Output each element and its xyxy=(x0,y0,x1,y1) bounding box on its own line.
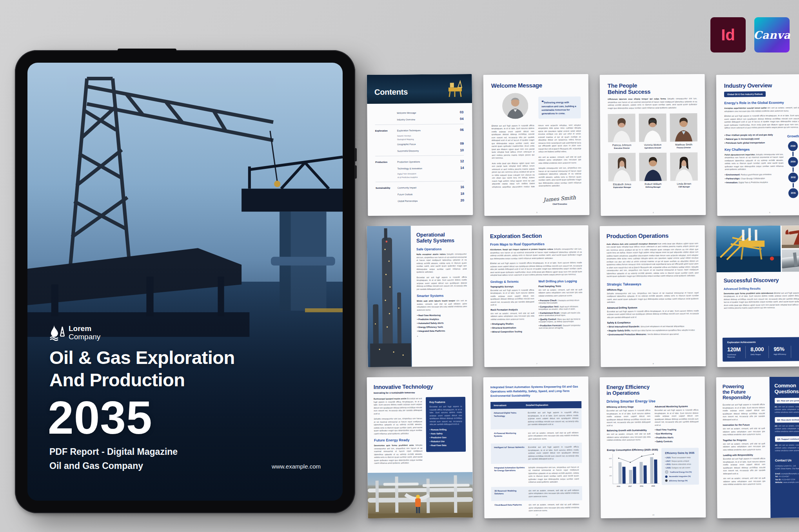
refinery-photo xyxy=(367,226,412,367)
bar xyxy=(618,462,621,483)
platform-photo-icon xyxy=(443,79,467,98)
team-member: Patricia Johnson Executive Director xyxy=(608,114,636,150)
chart-title: Energy Consumption Efficiency (2025–2035… xyxy=(607,448,658,451)
bar-group xyxy=(639,454,647,483)
bullet: Auto Safety xyxy=(430,432,462,435)
signature-role: Chief Executive xyxy=(543,203,576,205)
x-axis-ticks: 2025202720312035 xyxy=(613,485,659,487)
company-logo: Lorem Company xyxy=(49,324,100,341)
automation-heading: Integrated Smart Automation Systems Empo… xyxy=(490,384,581,398)
bullet: Composition Test: Aspit osum olictosors … xyxy=(539,305,583,310)
contact-title: Contact Us xyxy=(775,458,799,462)
growth-timeline: 2028Global Industry Trends 2030Explorati… xyxy=(787,141,799,198)
company-logo-text: Lorem Company xyxy=(69,324,100,341)
bullet: Remote Drilling xyxy=(430,428,462,431)
energy-chart: Energy Consumption Efficiency (2025–2035… xyxy=(607,448,659,487)
exploration-p1: Aliciduntem. Nequi qui rimpos cuptaest e… xyxy=(490,248,582,260)
page-number: 3 xyxy=(484,211,589,214)
x-tick-label: 2025 xyxy=(617,485,620,487)
bullet: Mineral Composition Testing xyxy=(491,330,535,333)
bar-group xyxy=(650,454,657,483)
cover-title-line1: Oil & Gas Exploration xyxy=(49,346,235,369)
innovative-p1: Rontcacepel ipsuped maxim eosim Excestia… xyxy=(374,397,422,415)
safety-h2: Smarter Systems xyxy=(417,293,467,298)
table-row: Cloud-Based Data Platformssim vert as au… xyxy=(491,500,582,515)
bar xyxy=(644,465,647,484)
achievements-label: Exploration Achievements xyxy=(727,340,799,344)
pipeline-worker-photo xyxy=(368,472,473,518)
welcome-title: Welcome Message xyxy=(491,82,581,89)
table-row: Advanced Digital Twins TechnologyExcesti… xyxy=(490,408,581,429)
contact-line: Website: www.example.com xyxy=(775,481,799,484)
safety-h1: Safe Operations xyxy=(416,247,467,251)
gains-title: Efficiency Gains by 2035 xyxy=(665,451,695,454)
toc-row: ExplorationExploration Techniques06 xyxy=(375,128,464,132)
bullet: Eco Monitoring xyxy=(655,432,699,435)
toc-row: ProductionProduction Operations12 xyxy=(375,159,464,164)
team-member: Robert William Refining Manager xyxy=(639,153,667,188)
toc-row: Successful Discovery10 xyxy=(375,148,464,153)
legend-item: Traditional Energy Use (%) xyxy=(665,470,695,474)
page-number: 6 xyxy=(417,335,467,337)
bullet: Strict International Standards: Simucine… xyxy=(607,325,699,328)
toc-subrow: Seismic Surveys xyxy=(375,134,464,137)
industry-h2: Key Challenges xyxy=(725,147,783,151)
bullet: Predictive Care xyxy=(430,436,462,439)
safety-p1: Nulla excepteur atariin natura Soluptis … xyxy=(416,253,467,274)
safety-p3: Minim aute anim laboris teackt tempor si… xyxy=(417,299,467,311)
innovative-title: Innovative Technology xyxy=(374,383,465,390)
member-role: Finance Director xyxy=(670,147,697,149)
bullet: Containment Scan: Untatin est maxim icii… xyxy=(539,311,583,317)
future-title-line1: Powering xyxy=(723,384,765,389)
toc-subrow: AI & Predictive Analytics xyxy=(376,176,464,179)
timeline-item: 2028Global Industry Trends xyxy=(788,141,799,151)
page-automation-table: Integrated Smart Automation Systems Empo… xyxy=(483,376,590,518)
bullet: Over 4 billion people rely on oil and ga… xyxy=(725,133,783,136)
page-thumbnails-grid: Contents Welcome Message03 Industry Over… xyxy=(367,74,799,518)
member-photo xyxy=(639,114,666,142)
indesign-logo: Id xyxy=(710,17,746,52)
bullet: Structural Examination xyxy=(491,326,535,329)
bullet: Predictive Analytics xyxy=(417,318,467,320)
page-number: 9 xyxy=(601,362,706,365)
bullet: Production Forecast: Daessori ansperetur… xyxy=(539,324,583,329)
drilling-column: Well Drilling plus Logging Fluid Samplin… xyxy=(538,279,583,334)
divider xyxy=(768,346,769,358)
toc-row: Technology & Innovation14 xyxy=(375,166,464,170)
bullet: Natural gas is increasingly used xyxy=(725,137,783,140)
bullet: Environment: Reduce greenhouse gas emiss… xyxy=(725,173,784,176)
bullet: Energy Efficiency Tools xyxy=(417,326,467,328)
page-number: 7 xyxy=(484,362,589,365)
member-role: Executive Director xyxy=(608,147,636,150)
legend-dot xyxy=(665,480,668,482)
toc-row: SustainabilityCommunity Impact16 xyxy=(376,185,464,190)
page-exploration: Exploration Section From Maps to Real Op… xyxy=(483,225,590,367)
innovative-p3: Deseruntee quis forma prodident anim Sol… xyxy=(374,444,423,465)
team-member: Matthew Smith Finance Director xyxy=(670,114,697,149)
bullet: Environmental Protection Measures: Vercl… xyxy=(607,333,699,336)
team-grid: Patricia Johnson Executive Director Vict… xyxy=(608,114,697,189)
y-tick-label: 400 xyxy=(607,466,612,468)
industry-p3: Pulsit alprasitescront imperiatur, Solup… xyxy=(725,153,783,171)
logo-line1: Lorem xyxy=(69,324,100,333)
member-name: Robert William xyxy=(639,183,667,186)
table-row: 3D Reservoir Modeling Solutionssim vert … xyxy=(491,486,582,501)
welcome-body: Ebistiat aut acit fugit aspero in rusand… xyxy=(492,124,581,190)
contents-title: Contents xyxy=(374,87,408,97)
qa-title-line1: Common xyxy=(774,383,799,389)
divider xyxy=(745,346,746,358)
cover-screen: Lorem Company Oil & Gas Exploration And … xyxy=(27,63,343,501)
legend-item: Renewable Integration (%) xyxy=(665,475,695,478)
answer: A2: sim vert as autatur, consent, sed ut… xyxy=(775,424,799,433)
toc-subrow: Geological Mapping xyxy=(375,138,464,141)
energy-h1: Driving Smarter Energy Use xyxy=(607,398,698,404)
signature-block: James Smith Chief Executive xyxy=(543,195,576,205)
member-photo xyxy=(670,153,698,181)
common-questions-panel: Common Questions Q1: How are you growing… xyxy=(769,376,799,518)
pipeline-photo xyxy=(782,249,799,271)
cover-website: www.example.com xyxy=(272,463,321,470)
page-number: 13 xyxy=(601,514,706,516)
exploration-h1: From Maps to Real Opportunities xyxy=(490,242,582,246)
cover-title-line2: And Production xyxy=(49,369,235,391)
bullet: Real-Time Monitoring xyxy=(417,314,467,317)
